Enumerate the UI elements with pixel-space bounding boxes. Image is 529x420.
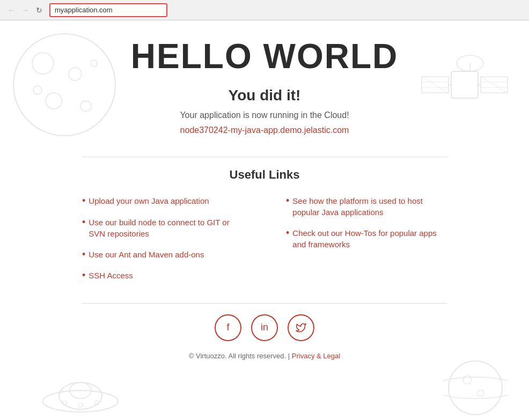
link-howtos[interactable]: • Check out our How-Tos for popular apps… <box>286 227 447 250</box>
link-ant-maven-text: Use our Ant and Maven add-ons <box>89 249 204 260</box>
app-link[interactable]: node370242-my-java-app.demo.jelastic.com <box>180 126 349 135</box>
subtitle: You did it! <box>229 87 301 104</box>
refresh-button[interactable]: ↻ <box>33 4 45 16</box>
link-howtos-text: Check out our How-Tos for popular apps a… <box>292 227 447 250</box>
ufo-illustration <box>32 366 129 420</box>
bullet-3: • <box>82 249 85 261</box>
bullet-6: • <box>286 227 289 239</box>
copyright-text: © Virtuozzo. All rights reserved. <box>189 352 286 360</box>
svg-point-27 <box>443 377 508 399</box>
link-ant-maven[interactable]: • Use our Ant and Maven add-ons <box>82 249 243 261</box>
divider-bottom <box>82 303 447 304</box>
description: Your application is now running in the C… <box>180 110 349 120</box>
bullet-4: • <box>82 270 85 282</box>
links-col-left: • Upload your own Java application • Use… <box>82 195 243 282</box>
svg-point-24 <box>78 403 83 407</box>
svg-point-29 <box>477 390 484 396</box>
bullet-2: • <box>82 217 85 229</box>
link-platform-text: See how the platform is used to host pop… <box>292 195 447 218</box>
social-row: f in <box>215 314 314 341</box>
bullet-1: • <box>82 195 85 207</box>
svg-point-28 <box>463 375 472 384</box>
useful-links-title: Useful Links <box>230 168 300 182</box>
svg-point-21 <box>59 382 102 409</box>
footer: © Virtuozzo. All rights reserved. | Priv… <box>189 352 340 360</box>
link-upload[interactable]: • Upload your own Java application <box>82 195 243 207</box>
facebook-label: f <box>226 322 229 333</box>
link-upload-text: Upload your own Java application <box>89 195 209 207</box>
browser-chrome: ← → ↻ myapplication.com <box>0 0 529 20</box>
page-content: HELLO WORLD You did it! Your application… <box>0 20 529 420</box>
forward-button[interactable]: → <box>19 4 31 16</box>
links-col-right: • See how the platform is used to host p… <box>286 195 447 282</box>
link-ssh-text: SSH Access <box>89 270 133 281</box>
address-bar[interactable]: myapplication.com <box>49 3 167 17</box>
linkedin-label: in <box>261 322 268 333</box>
address-text: myapplication.com <box>55 6 113 14</box>
link-build-node-text: Use our build node to connect to GIT or … <box>89 217 243 239</box>
hero-title: HELLO WORLD <box>131 36 398 76</box>
browser-nav: ← → ↻ <box>5 4 45 16</box>
links-grid: • Upload your own Java application • Use… <box>82 195 447 282</box>
link-platform[interactable]: • See how the platform is used to host p… <box>286 195 447 218</box>
link-build-node[interactable]: • Use our build node to connect to GIT o… <box>82 217 243 239</box>
back-button[interactable]: ← <box>5 4 17 16</box>
divider-top <box>82 157 447 157</box>
twitter-svg <box>296 322 306 333</box>
linkedin-icon[interactable]: in <box>251 314 278 341</box>
privacy-link[interactable]: Privacy & Legal <box>292 352 340 360</box>
footer-separator: | <box>288 352 292 360</box>
twitter-icon[interactable] <box>288 314 314 341</box>
main-wrapper: HELLO WORLD You did it! Your application… <box>0 20 529 371</box>
link-ssh[interactable]: • SSH Access <box>82 270 243 282</box>
facebook-icon[interactable]: f <box>215 314 241 341</box>
bullet-5: • <box>286 195 289 207</box>
